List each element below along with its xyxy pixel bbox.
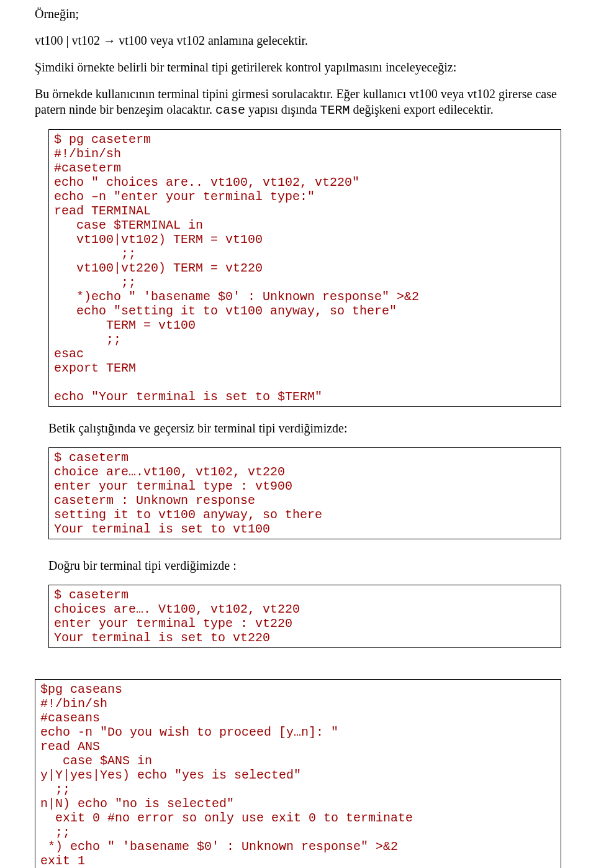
code-block-valid-run: $ caseterm choices are…. Vt100, vt102, v… (48, 585, 561, 648)
p2-post: vt100 veya vt102 anlamına gelecektir. (115, 34, 308, 47)
inline-code-case: case (215, 103, 245, 117)
p3b-part3: değişkeni export edilecektir. (350, 103, 494, 116)
paragraph-3b: Bu örnekde kullanıcının terminal tipini … (35, 86, 561, 118)
p3b-part2: yapısı dışında (245, 103, 320, 116)
code-block-invalid-run: $ caseterm choice are….vt100, vt102, vt2… (48, 447, 561, 539)
paragraph-2: vt100 | vt102 → vt100 veya vt102 anlamın… (35, 33, 561, 48)
code-block-caseans-script: $pg caseans #!/bin/sh #caseans echo -n "… (35, 679, 561, 868)
paragraph-4: Betik çalıştığında ve geçersiz bir termi… (48, 421, 561, 436)
arrow-icon: → (103, 34, 115, 47)
paragraph-3a: Şimdiki örnekte belirli bir terminal tip… (35, 60, 561, 75)
paragraph-1: Örneğin; (35, 6, 561, 22)
paragraph-5: Doğru bir terminal tipi verdiğimizde : (48, 558, 561, 573)
code-block-caseterm-script: $ pg caseterm #!/bin/sh #caseterm echo "… (48, 129, 561, 407)
inline-code-term: TERM (320, 103, 350, 117)
p2-pre: vt100 | vt102 (35, 34, 103, 47)
